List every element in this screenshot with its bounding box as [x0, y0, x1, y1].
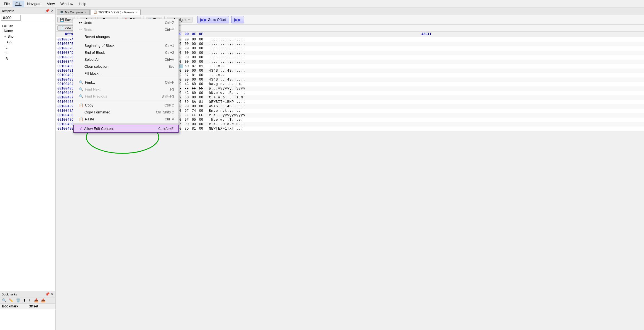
byte-cell[interactable]: 81 — [198, 100, 204, 104]
ctx-allow-edit[interactable]: ✓ Allow Edit Content Ctrl+Alt+E — [73, 125, 179, 133]
byte-cell[interactable]: 00 — [198, 47, 204, 50]
ctx-paste[interactable]: 📋 Paste Ctrl+V — [73, 116, 179, 123]
byte-cell[interactable]: 00 — [191, 69, 197, 73]
byte-cell[interactable]: 9F — [183, 118, 190, 122]
byte-cell[interactable]: 00 — [183, 42, 190, 46]
byte-cell[interactable]: FF — [191, 113, 197, 117]
tab-testdrive-close[interactable]: ✕ — [135, 11, 138, 14]
byte-cell[interactable]: 00 — [191, 38, 197, 42]
byte-cell[interactable]: 00 — [198, 69, 204, 73]
ctx-undo[interactable]: ↩ Undo Ctrl+Z — [73, 19, 179, 26]
ctx-copy[interactable]: 📋 Copy Ctrl+C — [73, 102, 179, 109]
bm-delete-icon[interactable]: 🗑️ — [15, 298, 21, 303]
byte-cell[interactable]: 00 — [191, 78, 197, 82]
pin-icon[interactable]: 📌 — [45, 9, 50, 13]
byte-cell[interactable]: 65 — [191, 118, 197, 122]
byte-cell[interactable]: 00 — [198, 127, 204, 131]
close-bm-icon[interactable]: ✕ — [51, 292, 54, 296]
byte-cell[interactable]: FF — [183, 87, 190, 91]
ctx-copy-formatted[interactable]: Copy Formatted Ctrl+Shift+C — [73, 109, 179, 116]
byte-cell[interactable]: 00 — [191, 96, 197, 100]
byte-cell[interactable]: 81 — [198, 64, 204, 68]
close-left-icon[interactable]: ✕ — [51, 9, 54, 13]
byte-cell[interactable]: 8D — [183, 127, 190, 131]
byte-cell[interactable]: 00 — [191, 105, 197, 108]
menu-window[interactable]: Window — [58, 1, 76, 7]
save-button[interactable]: 💾 Save — [57, 17, 75, 23]
byte-cell[interactable]: 00 — [198, 60, 204, 64]
ctx-find[interactable]: 🔍 Find... Ctrl+F — [73, 79, 179, 86]
byte-cell[interactable]: 00 — [198, 91, 204, 95]
byte-cell[interactable]: 00 — [183, 47, 190, 50]
ctx-redo[interactable]: ↪ Redo Ctrl+Y — [73, 26, 179, 33]
tab-testdrive[interactable]: 📋 TESTDRIVE (E:) - Volume ✕ — [90, 9, 141, 15]
ctx-fill-block[interactable]: Fill block... — [73, 70, 179, 77]
pin-bm-icon[interactable]: 📌 — [45, 292, 50, 296]
byte-cell[interactable]: 00 — [198, 82, 204, 86]
menu-view[interactable]: View — [44, 1, 58, 7]
byte-cell[interactable]: FF — [198, 113, 204, 117]
bm-export-icon[interactable]: 📤 — [40, 298, 46, 303]
byte-cell[interactable]: 00 — [183, 69, 190, 73]
byte-cell[interactable]: 6D — [183, 96, 190, 100]
bm-up-icon[interactable]: ⬆ — [22, 298, 27, 303]
byte-cell[interactable]: 87 — [183, 73, 190, 77]
byte-cell[interactable]: 74 — [191, 109, 197, 113]
tree-item-l[interactable]: L — [1, 45, 54, 50]
menu-file[interactable]: File — [1, 1, 13, 7]
byte-cell[interactable]: 9F — [183, 109, 190, 113]
byte-cell[interactable]: 87 — [191, 64, 197, 68]
ctx-revert[interactable]: Revert changes — [73, 33, 179, 40]
byte-cell[interactable]: 00 — [198, 51, 204, 55]
byte-cell[interactable]: 6D — [191, 82, 197, 86]
byte-cell[interactable]: 00 — [191, 51, 197, 55]
byte-cell[interactable]: 00 — [191, 47, 197, 50]
goto-next-button[interactable]: ▶▶ — [231, 16, 244, 23]
tree-item-a[interactable]: > A — [1, 39, 54, 45]
ctx-beginning-of-block[interactable]: Beginning of Block Ctrl+1 — [73, 42, 179, 49]
ctx-select-all[interactable]: Select All Ctrl+A — [73, 56, 179, 63]
ctx-find-next[interactable]: 🔍 Find Next F3 — [73, 86, 179, 93]
byte-cell[interactable]: 81 — [191, 127, 197, 131]
byte-cell[interactable]: 00 — [198, 122, 204, 126]
byte-cell[interactable]: 00 — [191, 42, 197, 46]
bm-edit-icon[interactable]: ✏️ — [8, 298, 14, 303]
byte-cell[interactable]: 00 — [198, 78, 204, 82]
ctx-find-prev[interactable]: 🔍 Find Previous Shift+F3 — [73, 93, 179, 100]
byte-cell[interactable]: 4C — [183, 82, 190, 86]
byte-cell[interactable]: 6D — [183, 64, 190, 68]
tab-my-computer[interactable]: 💻 My Computer ✕ — [57, 9, 90, 15]
tree-item-f[interactable]: F — [1, 50, 54, 56]
byte-cell[interactable]: 69 — [191, 91, 197, 95]
byte-cell[interactable]: 00 — [198, 73, 204, 77]
byte-cell[interactable]: FF — [183, 113, 190, 117]
byte-cell[interactable]: 00 — [198, 105, 204, 108]
byte-cell[interactable]: 89 — [183, 100, 190, 104]
byte-cell[interactable]: 00 — [183, 60, 190, 64]
byte-cell[interactable]: FF — [198, 87, 204, 91]
byte-cell[interactable]: 4C — [183, 91, 190, 95]
byte-cell[interactable]: 00 — [198, 96, 204, 100]
byte-cell[interactable]: 00 — [183, 78, 190, 82]
tree-item-sho[interactable]: ✓ Sho — [1, 34, 54, 39]
byte-cell[interactable]: 00 — [183, 51, 190, 55]
byte-cell[interactable]: 00 — [198, 55, 204, 59]
tree-item-b[interactable]: B — [1, 56, 54, 62]
ctx-end-of-block[interactable]: End of Block Ctrl+2 — [73, 49, 179, 56]
byte-cell[interactable]: 00 — [183, 105, 190, 108]
goto-offset-button[interactable]: ▶▶ Go to Offset — [197, 16, 229, 23]
ctx-clear-selection[interactable]: Clear selection Esc — [73, 63, 179, 70]
menu-edit[interactable]: Edit — [13, 1, 24, 7]
byte-cell[interactable]: 00 — [191, 60, 197, 64]
byte-cell[interactable]: 00 — [183, 55, 190, 59]
byte-cell[interactable]: 00 — [198, 118, 204, 122]
byte-cell[interactable]: FF — [191, 87, 197, 91]
byte-cell[interactable]: 00 — [198, 42, 204, 46]
bm-add-icon[interactable]: 🔍 — [1, 298, 7, 303]
byte-cell[interactable]: 8A — [191, 100, 197, 104]
byte-cell[interactable]: 00 — [183, 122, 190, 126]
byte-cell[interactable]: 00 — [198, 109, 204, 113]
bm-down-icon[interactable]: ⬇ — [28, 298, 32, 303]
menu-help[interactable]: Help — [76, 1, 89, 7]
byte-cell[interactable]: 00 — [191, 122, 197, 126]
